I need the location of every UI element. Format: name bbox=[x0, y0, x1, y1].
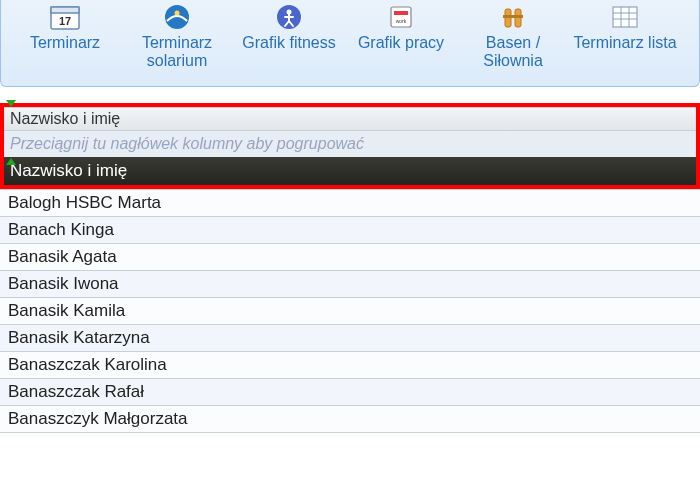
svg-rect-13 bbox=[613, 7, 637, 27]
table-row[interactable]: Banasik Iwona bbox=[0, 271, 700, 298]
svg-point-4 bbox=[175, 11, 180, 16]
list-icon bbox=[605, 2, 645, 32]
cell-name: Banaszczak Rafał bbox=[8, 382, 144, 401]
svg-rect-12 bbox=[503, 15, 523, 18]
column-header[interactable]: Nazwisko i imię bbox=[4, 107, 696, 131]
cell-name: Banasik Iwona bbox=[8, 274, 119, 293]
drop-indicator-up-icon bbox=[6, 158, 16, 165]
cell-name: Banasik Agata bbox=[8, 247, 117, 266]
group-by-hint-text: Przeciągnij tu nagłówek kolumny aby pogr… bbox=[10, 135, 364, 152]
drop-indicator-down-icon bbox=[6, 100, 16, 107]
group-by-hint[interactable]: Przeciągnij tu nagłówek kolumny aby pogr… bbox=[4, 131, 696, 157]
cell-name: Banaszczak Karolina bbox=[8, 355, 167, 374]
table-row[interactable]: Banaszczyk Małgorzata bbox=[0, 406, 700, 433]
terminarz-button[interactable]: 17 Terminarz bbox=[9, 0, 121, 78]
table-row[interactable]: Banaszczak Rafał bbox=[0, 379, 700, 406]
toolbar-label: Grafik pracy bbox=[349, 34, 453, 72]
basen-silownia-button[interactable]: Basen / Siłownia bbox=[457, 0, 569, 78]
cell-name: Banaszczyk Małgorzata bbox=[8, 409, 188, 428]
toolbar-label: Terminarz solarium bbox=[125, 34, 229, 72]
calendar-icon: 17 bbox=[45, 2, 85, 32]
active-column-header-label: Nazwisko i imię bbox=[10, 161, 127, 180]
cell-name: Balogh HSBC Marta bbox=[8, 193, 161, 212]
grafik-fitness-button[interactable]: Grafik fitness bbox=[233, 0, 345, 78]
column-header-label: Nazwisko i imię bbox=[10, 110, 120, 127]
toolbar-label: Basen / Siłownia bbox=[461, 34, 565, 72]
toolbar-label: Terminarz lista bbox=[573, 34, 677, 72]
terminarz-lista-button[interactable]: Terminarz lista bbox=[569, 0, 681, 78]
cell-name: Banach Kinga bbox=[8, 220, 114, 239]
terminarz-solarium-button[interactable]: Terminarz solarium bbox=[121, 0, 233, 78]
table-row[interactable]: Banasik Agata bbox=[0, 244, 700, 271]
svg-text:work: work bbox=[396, 18, 407, 24]
data-grid: Balogh HSBC Marta Banach Kinga Banasik A… bbox=[0, 189, 700, 433]
grafik-pracy-button[interactable]: work Grafik pracy bbox=[345, 0, 457, 78]
svg-text:17: 17 bbox=[59, 15, 71, 27]
pool-gym-icon bbox=[493, 2, 533, 32]
table-row[interactable]: Banasik Katarzyna bbox=[0, 325, 700, 352]
work-icon: work bbox=[381, 2, 421, 32]
table-row[interactable]: Banaszczak Karolina bbox=[0, 352, 700, 379]
table-row[interactable]: Banasik Kamila bbox=[0, 298, 700, 325]
fitness-icon bbox=[269, 2, 309, 32]
grid-header-highlight: Nazwisko i imię Przeciągnij tu nagłówek … bbox=[0, 103, 700, 189]
table-row[interactable]: Balogh HSBC Marta bbox=[0, 190, 700, 217]
cell-name: Banasik Kamila bbox=[8, 301, 125, 320]
table-row[interactable]: Banach Kinga bbox=[0, 217, 700, 244]
svg-rect-8 bbox=[394, 11, 408, 15]
main-toolbar: 17 Terminarz Terminarz solarium Grafik f… bbox=[0, 0, 700, 87]
svg-rect-7 bbox=[391, 7, 411, 27]
cell-name: Banasik Katarzyna bbox=[8, 328, 150, 347]
solarium-icon bbox=[157, 2, 197, 32]
active-column-header[interactable]: Nazwisko i imię bbox=[4, 157, 696, 185]
toolbar-label: Terminarz bbox=[13, 34, 117, 72]
svg-rect-1 bbox=[51, 7, 79, 13]
toolbar-label: Grafik fitness bbox=[237, 34, 341, 72]
